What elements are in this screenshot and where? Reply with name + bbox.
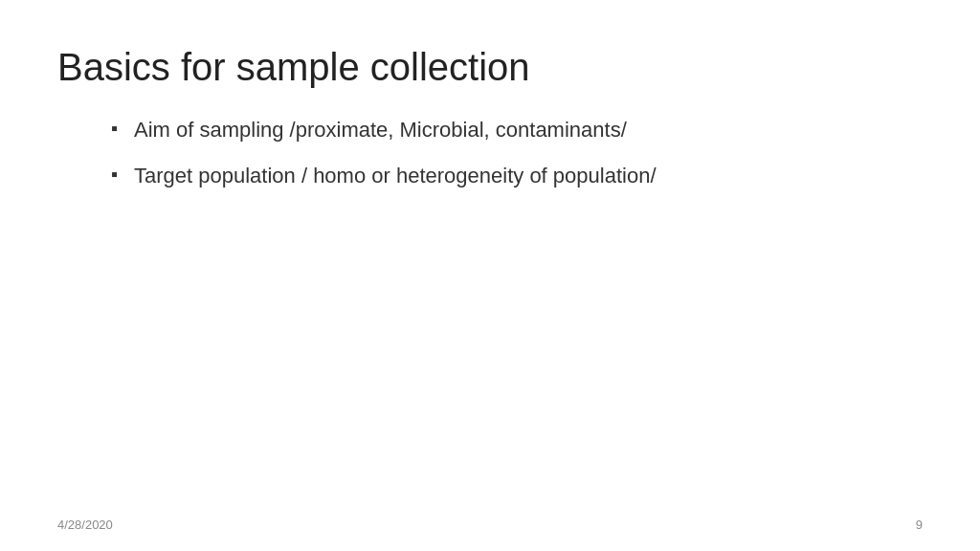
list-item: Aim of sampling /proximate, Microbial, c…: [115, 116, 923, 144]
footer-page: 9: [916, 518, 923, 532]
bullet-text-1: Aim of sampling /proximate, Microbial, c…: [134, 116, 923, 144]
list-item: Target population / homo or heterogeneit…: [115, 162, 923, 190]
footer-date: 4/28/2020: [57, 518, 113, 532]
bullet-text-2: Target population / homo or heterogeneit…: [134, 162, 923, 190]
bullet-list: Aim of sampling /proximate, Microbial, c…: [57, 116, 923, 189]
slide: Basics for sample collection Aim of samp…: [0, 0, 980, 551]
slide-title: Basics for sample collection: [57, 46, 923, 89]
slide-footer: 4/28/2020 9: [57, 518, 923, 532]
